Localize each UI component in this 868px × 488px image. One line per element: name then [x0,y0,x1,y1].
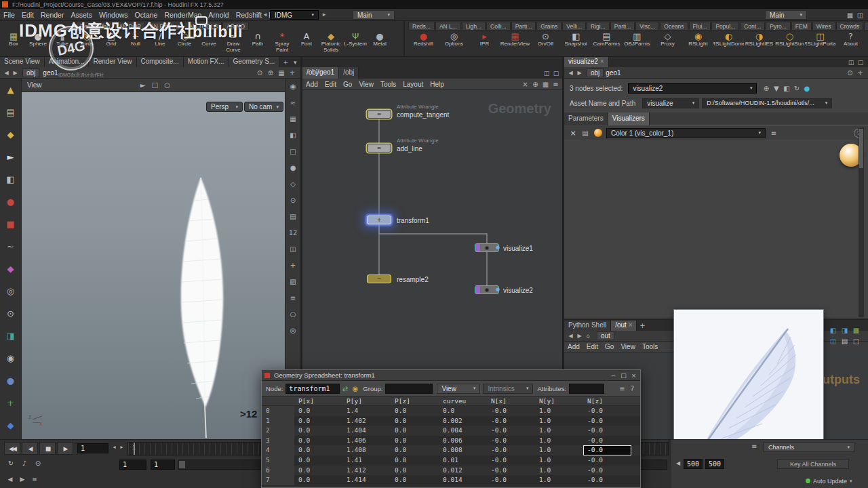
cell-nz[interactable]: -0.0 [583,436,631,446]
network-menu-item[interactable]: Tools [377,79,399,90]
network-tab[interactable]: /obj/geo1 [302,67,339,79]
shelf-tab[interactable]: Driv... [864,22,868,30]
cell-pz[interactable]: 0.0 [391,475,439,485]
rings-tool-icon[interactable]: ◎ [0,280,22,302]
home-icon[interactable]: ⌂ [584,333,593,339]
cell-px[interactable]: 0.0 [294,406,342,416]
shelf-set-prev-icon[interactable]: ◂ [262,11,269,18]
shelf-tool[interactable]: ◫ RSLightPortal [805,30,835,56]
range-end-field[interactable]: 1 [151,460,175,470]
pane-tab[interactable]: Scene View [0,57,45,67]
shelf-tool[interactable]: / Line [148,30,172,56]
inspect-tool-icon[interactable]: ◉ [0,347,22,369]
cell-curveu[interactable]: 0.01 [439,455,487,466]
list-icon[interactable]: ≡ [617,385,627,392]
pane-tab-visualize2[interactable]: visualize2 × [564,57,609,67]
cell-pz[interactable]: 0.0 [391,466,439,476]
table-row[interactable]: 0 0.0 1.4 0.0 0.0 -0.0 1.0 -0.0 [262,406,640,416]
cell-ny[interactable]: 1.0 [535,416,583,426]
ruler-icon[interactable]: ≡ [285,290,301,306]
column-header[interactable]: curveu [439,396,487,406]
view-cube-icon[interactable]: ▧ [285,274,301,290]
edit-tool-icon[interactable]: ▤ [0,101,22,123]
shelf-tool[interactable]: ○ Circle [172,30,197,56]
lock-icon[interactable]: ◧ [781,85,791,92]
frame-icon[interactable]: □ [285,144,301,160]
cell-ny[interactable]: 1.0 [535,426,583,436]
shelf-tab[interactable]: RenderMan [76,22,114,30]
column-header[interactable]: P[x] [294,396,342,406]
pane-layout-icon-3[interactable]: ▦ [850,325,862,336]
shelf-tool[interactable]: ◧ Snapshot [561,30,591,56]
shelf-tab[interactable]: Ligh... [462,22,486,30]
table-row[interactable]: 1 0.0 1.402 0.0 0.002 -0.0 1.0 -0.0 [262,416,640,426]
grid-snap-icon[interactable]: ▤ [285,209,301,225]
node-label[interactable]: visualize2 [503,287,533,294]
back-button[interactable]: ◀ [566,70,575,76]
shelf-tab[interactable]: AN L... [435,22,461,30]
range-start-field[interactable]: 1 [119,460,146,470]
channels-dropdown[interactable]: Channels [764,442,854,452]
shelf-tab[interactable]: Pyro... [766,22,791,30]
forward-button[interactable]: ▶ [575,70,584,76]
display-flag[interactable]: ● [496,245,500,250]
shelf-tab[interactable]: Cont... [740,22,765,30]
pane-split-icon[interactable]: ◫ [855,12,865,19]
cell-px[interactable]: 0.0 [294,436,342,446]
display-flag[interactable]: ● [496,287,500,292]
snap-magnet-icon[interactable]: ⊕ [530,81,540,88]
shelf-tab[interactable]: AR NO [222,22,249,30]
pane-tab[interactable]: Render View [89,57,136,67]
cell-px[interactable]: 0.0 [294,455,342,466]
cell-nx[interactable]: -0.0 [487,466,535,476]
view-dropdown[interactable]: View [437,384,480,394]
add-tool-icon[interactable]: + [0,392,22,414]
shelf-tool[interactable]: ◉ RSLight [683,30,713,56]
cell-nx[interactable]: -0.0 [487,426,535,436]
cell-px[interactable]: 0.0 [294,466,342,476]
group-color-icon[interactable]: ◉ [350,385,360,392]
view-camera-button[interactable]: No cam [244,102,283,112]
step-label[interactable]: 12 [285,225,301,241]
link-icon[interactable]: ● [802,85,812,92]
menu-item[interactable]: Render [37,9,67,21]
next-keyframe-button[interactable]: ▶ [16,476,28,483]
snap-icon[interactable]: ≈ [285,95,301,111]
shelf-tool[interactable]: ▤ Grid [99,30,123,56]
camera-lock-icon[interactable]: ◧ [285,127,301,144]
node-add-line[interactable]: ≡ [367,144,391,152]
shelf-tool[interactable]: ● Redshift [408,30,439,56]
shelf-tool[interactable]: A Font [294,30,319,56]
menu-item[interactable]: Redshift [233,9,266,21]
shelf-tool[interactable]: ≈ Draw Curve [221,30,245,56]
shelf-set-next-icon[interactable]: ▸ [321,11,328,18]
cell-nx[interactable]: -0.0 [487,455,535,466]
group-field[interactable] [385,384,433,394]
prev-frame-button[interactable]: ◀ [22,442,38,455]
close-icon[interactable]: × [600,58,604,65]
menu-item[interactable]: Octane [132,9,161,21]
close-icon[interactable]: × [629,321,633,329]
sphere-tool-icon[interactable]: ● [0,190,22,213]
shelf-tab[interactable]: Flui... [689,22,711,30]
box-select-icon[interactable]: □ [149,81,161,89]
desktop-selector-right[interactable]: Main [765,10,807,20]
out-menu-item[interactable]: View [617,342,639,352]
shelf-tool[interactable]: Ψ L-System [343,30,368,56]
pane-tab[interactable]: Geometry S... [229,57,280,67]
move-tool-icon[interactable]: ◧ [0,168,22,190]
play-button[interactable]: ▶ [57,442,73,455]
cell-ny[interactable]: 1.0 [535,475,583,485]
cell-nz[interactable]: -0.0 [583,426,631,436]
network-menu-item[interactable]: Go [340,79,355,90]
out-menu-item[interactable]: Go [601,342,617,352]
shelf-tab[interactable]: Rigi... [587,22,610,30]
cell-pz[interactable]: 0.0 [391,416,439,426]
cell-ny[interactable]: 1.0 [535,466,583,476]
dof-icon[interactable]: ○ [285,306,301,323]
cell-py[interactable]: 1.404 [342,426,391,436]
plus-icon[interactable]: + [287,69,298,77]
current-frame-field[interactable]: 1 [77,443,108,453]
params-scrollbar[interactable] [859,127,864,317]
shelf-tab[interactable]: Velli... [562,22,586,30]
